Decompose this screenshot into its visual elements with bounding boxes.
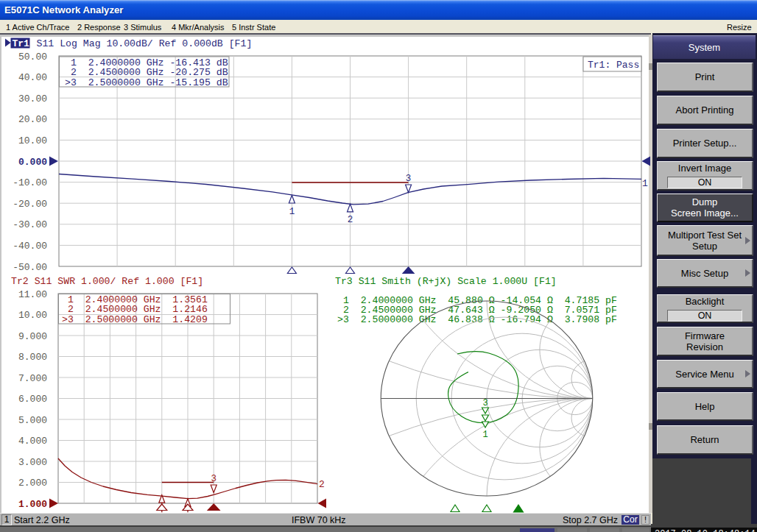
svg-text:>3 2.5000000 GHz -15.195 dB: >3 2.5000000 GHz -15.195 dB (65, 77, 228, 88)
svg-text:3: 3 (406, 174, 412, 184)
svg-text:2: 2 (319, 479, 325, 490)
svg-text:1: 1 (482, 430, 487, 440)
svg-text:30.00: 30.00 (18, 93, 47, 104)
svg-text:4.000: 4.000 (18, 436, 47, 447)
svg-text:9.000: 9.000 (18, 331, 47, 342)
svg-text:Tr3 S11 Smith (R+jX) Scale 1.0: Tr3 S11 Smith (R+jX) Scale 1.000U [F1] (335, 276, 557, 287)
svg-text:5.000: 5.000 (18, 415, 47, 426)
svg-text:1: 1 (642, 178, 648, 189)
svg-text:2: 2 (348, 215, 353, 225)
svg-text:0.000: 0.000 (18, 157, 47, 168)
svg-text:11.00: 11.00 (18, 289, 47, 300)
svg-text:20.00: 20.00 (18, 114, 47, 125)
svg-text:1: 1 (289, 207, 295, 217)
svg-text:S11 Log Mag 10.00dB/ Ref 0.000: S11 Log Mag 10.00dB/ Ref 0.000dB [F1] (37, 38, 253, 49)
svg-text:Tr1: Tr1 (13, 38, 30, 49)
svg-text:>3 2.5000000 GHz 46.838 Ω -1: >3 2.5000000 GHz 46.838 Ω -16.794 Ω 3.79… (337, 314, 617, 325)
svg-text:2.000: 2.000 (18, 478, 47, 489)
svg-text:7.000: 7.000 (18, 373, 47, 384)
svg-text:6.000: 6.000 (18, 394, 47, 405)
svg-text:40.00: 40.00 (18, 72, 47, 83)
svg-text:-10.00: -10.00 (13, 177, 47, 188)
svg-text:3.000: 3.000 (18, 457, 47, 468)
svg-text:-20.00: -20.00 (13, 199, 47, 210)
svg-text:-30.00: -30.00 (13, 219, 47, 230)
svg-text:Tr2 S11 SWR 1.000/ Ref 1.000 [: Tr2 S11 SWR 1.000/ Ref 1.000 [F1] (11, 276, 203, 287)
svg-text:10.00: 10.00 (18, 310, 47, 321)
svg-text:8.000: 8.000 (18, 352, 47, 363)
svg-text:10.00: 10.00 (18, 135, 47, 146)
svg-text:-50.00: -50.00 (13, 262, 47, 273)
svg-text:3: 3 (482, 398, 487, 408)
svg-text:50.00: 50.00 (18, 52, 47, 63)
svg-text:3: 3 (211, 474, 216, 484)
svg-text:-40.00: -40.00 (13, 241, 47, 252)
svg-text:Tr1: Pass: Tr1: Pass (588, 60, 639, 71)
svg-text:1.000: 1.000 (18, 499, 47, 510)
svg-text:>3 2.5000000 GHz 1.4209: >3 2.5000000 GHz 1.4209 (62, 314, 208, 325)
